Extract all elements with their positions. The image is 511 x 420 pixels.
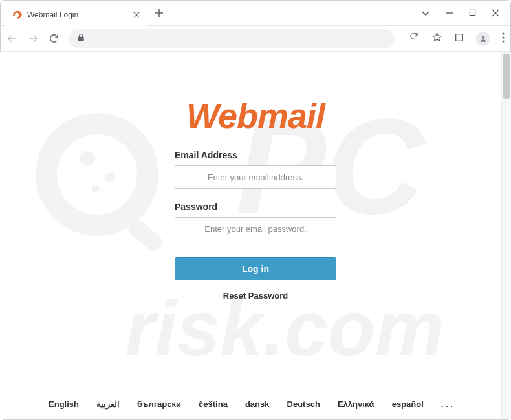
window-dropdown-icon[interactable] — [421, 8, 430, 17]
email-field[interactable] — [175, 165, 336, 189]
page-viewport: PC risk.com Webmail Email Address Passwo… — [0, 52, 511, 419]
lang-option[interactable]: čeština — [199, 399, 228, 409]
password-label: Password — [175, 202, 336, 212]
language-bar: English العربية български čeština dansk … — [0, 399, 501, 409]
lang-option[interactable]: العربية — [96, 399, 120, 409]
nav-forward-icon[interactable] — [27, 33, 39, 45]
lang-option[interactable]: English — [49, 399, 79, 409]
address-bar[interactable] — [69, 29, 395, 48]
tab-close-icon[interactable] — [132, 10, 141, 19]
lang-option[interactable]: български — [137, 399, 181, 409]
svg-rect-1 — [456, 34, 463, 41]
brand-logo: Webmail — [0, 52, 511, 136]
new-tab-button[interactable] — [150, 4, 168, 22]
svg-point-4 — [502, 40, 504, 42]
login-button[interactable]: Log in — [175, 257, 336, 280]
svg-point-3 — [502, 36, 504, 38]
bookmark-star-icon[interactable] — [431, 32, 442, 45]
browser-title-bar: Webmail Login — [0, 0, 511, 26]
login-form: Email Address Password Log in Reset Pass… — [175, 150, 336, 300]
extensions-icon[interactable] — [454, 32, 464, 45]
webmail-logo-text: Webmail — [186, 96, 325, 136]
browser-toolbar — [0, 26, 511, 52]
lang-option[interactable]: español — [392, 399, 424, 409]
svg-rect-0 — [470, 10, 475, 15]
cpanel-favicon — [12, 10, 22, 20]
lang-option[interactable]: Deutsch — [287, 399, 320, 409]
lang-option[interactable]: Ελληνικά — [338, 399, 375, 409]
window-maximize-icon[interactable] — [469, 9, 476, 16]
lang-option[interactable]: dansk — [245, 399, 270, 409]
reset-password-link[interactable]: Reset Password — [175, 291, 336, 300]
window-minimize-icon[interactable] — [446, 9, 453, 17]
email-label: Email Address — [175, 150, 336, 160]
kebab-menu-icon[interactable] — [502, 32, 505, 45]
reload-icon[interactable] — [48, 33, 60, 45]
lang-more[interactable]: . . . — [441, 399, 453, 409]
password-field[interactable] — [175, 217, 336, 240]
share-icon[interactable] — [409, 32, 420, 45]
lock-icon — [76, 33, 85, 45]
browser-tab[interactable]: Webmail Login — [5, 4, 147, 26]
svg-point-2 — [502, 32, 504, 34]
tab-title: Webmail Login — [27, 10, 127, 19]
window-close-icon[interactable] — [492, 9, 499, 17]
profile-avatar-icon[interactable] — [476, 32, 490, 46]
window-controls — [421, 8, 511, 17]
nav-back-icon[interactable] — [6, 33, 18, 45]
